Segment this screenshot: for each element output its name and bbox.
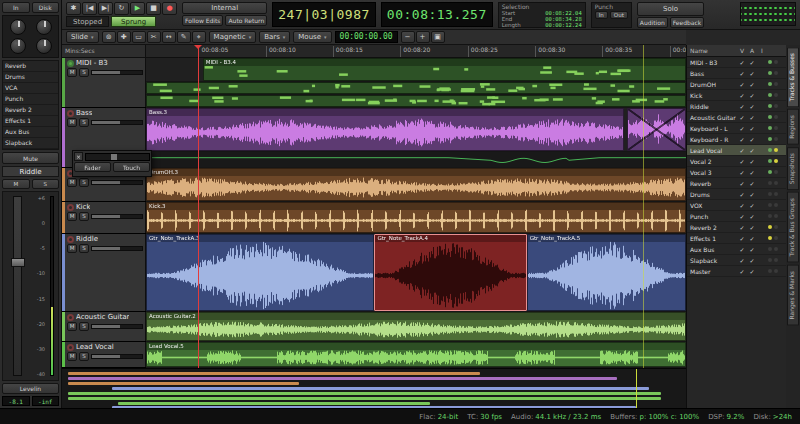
track-solo-button[interactable]: S bbox=[79, 244, 89, 253]
processor-vca[interactable]: VCA bbox=[3, 83, 58, 94]
timeline-ruler[interactable]: 00:08:0500:08:1000:08:1500:08:2000:08:25… bbox=[146, 45, 686, 57]
visible-checkbox[interactable]: ✓ bbox=[737, 92, 747, 99]
sync-source-button[interactable]: Internal bbox=[182, 2, 267, 14]
side-tab-tracks-busses[interactable]: Tracks & Busses bbox=[787, 47, 799, 107]
active-checkbox[interactable]: ✓ bbox=[747, 70, 757, 77]
track-header-midi-b3[interactable]: MIDI - B3MS bbox=[62, 58, 146, 107]
edit-mode-select[interactable]: Slide▾ bbox=[66, 31, 99, 43]
automation-lane-button[interactable]: Fader bbox=[74, 162, 111, 172]
feedback-button[interactable]: Feedback bbox=[670, 17, 705, 28]
goto-start-button[interactable]: |◀ bbox=[82, 2, 97, 15]
strip-name[interactable]: Riddle bbox=[2, 166, 59, 177]
track-mute-button[interactable]: M bbox=[67, 68, 77, 77]
visible-checkbox[interactable]: ✓ bbox=[737, 103, 747, 110]
track-gain-slider[interactable] bbox=[91, 214, 143, 219]
visible-checkbox[interactable]: ✓ bbox=[737, 224, 747, 231]
visible-checkbox[interactable]: ✓ bbox=[737, 202, 747, 209]
active-checkbox[interactable]: ✓ bbox=[747, 114, 757, 121]
track-list-row-punch[interactable]: Punch✓✓ bbox=[687, 211, 786, 222]
track-list-row-riddle[interactable]: Riddle✓✓ bbox=[687, 101, 786, 112]
draw-tool[interactable]: ✎ bbox=[177, 31, 191, 43]
monitor-disk-button[interactable]: Disk bbox=[32, 2, 60, 13]
track-solo-button[interactable]: S bbox=[79, 212, 89, 221]
record-arm-button[interactable] bbox=[67, 60, 74, 67]
audition-button[interactable]: Audition bbox=[637, 17, 668, 28]
processor-reverb-2[interactable]: Reverb 2 bbox=[3, 105, 58, 116]
auto-return-button[interactable]: Auto Return bbox=[225, 15, 267, 26]
track-list-row-bass[interactable]: Bass✓✓ bbox=[687, 68, 786, 79]
side-tab-track-bus-groups[interactable]: Track & Bus Groups bbox=[787, 192, 799, 263]
track-solo-button[interactable]: S bbox=[79, 178, 89, 187]
edit-tool[interactable]: ⌖ bbox=[192, 31, 206, 43]
active-checkbox[interactable]: ✓ bbox=[747, 180, 757, 187]
trim-knob[interactable] bbox=[10, 19, 26, 35]
range-tool[interactable]: ▭ bbox=[132, 31, 146, 43]
follow-edits-button[interactable]: Follow Edits bbox=[182, 15, 223, 26]
track-mute-button[interactable]: M bbox=[67, 118, 77, 127]
region-kick-3[interactable]: Kick.3 bbox=[146, 202, 686, 233]
active-checkbox[interactable]: ✓ bbox=[747, 268, 757, 275]
monitor-input-button[interactable]: In bbox=[2, 2, 30, 13]
record-arm-button[interactable] bbox=[67, 110, 74, 117]
visible-checkbox[interactable]: ✓ bbox=[737, 246, 747, 253]
region-acoustic-guitar-2[interactable]: Acoustic Guitar.2 bbox=[146, 312, 686, 341]
edit-point-select[interactable]: Mouse▾ bbox=[293, 31, 331, 43]
zoom-out-button[interactable]: − bbox=[401, 31, 415, 43]
track-mute-button[interactable]: M bbox=[67, 322, 77, 331]
active-checkbox[interactable]: ✓ bbox=[747, 147, 757, 154]
record-button[interactable]: ● bbox=[162, 2, 177, 15]
track-list-row-reverb-2[interactable]: Reverb 2✓✓ bbox=[687, 222, 786, 233]
secondary-clock-bbt[interactable]: 247|03|0987 bbox=[272, 2, 376, 27]
nudge-clock[interactable]: 00:00:00.00 bbox=[335, 31, 398, 43]
strip-solo-button[interactable]: S bbox=[32, 179, 60, 189]
track-list-row-drumoh[interactable]: DrumOH✓✓ bbox=[687, 79, 786, 90]
processor-drums[interactable]: Drums bbox=[3, 72, 58, 83]
active-checkbox[interactable]: ✓ bbox=[747, 125, 757, 132]
record-arm-button[interactable] bbox=[67, 314, 74, 321]
fader-handle[interactable] bbox=[11, 258, 25, 267]
region-midi-b3[interactable] bbox=[146, 82, 686, 94]
processor-reverb[interactable]: Reverb bbox=[3, 61, 58, 72]
stretch-tool[interactable]: ↔ bbox=[162, 31, 176, 43]
track-list-row-aux-bus[interactable]: Aux Bus✓✓ bbox=[687, 244, 786, 255]
solo-button[interactable]: Solo bbox=[637, 2, 704, 16]
loop-button[interactable]: ↻ bbox=[114, 2, 129, 15]
track-gain-slider[interactable] bbox=[91, 246, 143, 251]
record-arm-button[interactable] bbox=[67, 344, 74, 351]
region-midi-b3-4[interactable]: MIDI - B3.4 bbox=[203, 58, 686, 81]
grid-select[interactable]: Bars▾ bbox=[259, 31, 290, 43]
close-icon[interactable]: × bbox=[74, 152, 83, 161]
automation-line[interactable] bbox=[146, 152, 686, 167]
track-gain-slider[interactable] bbox=[91, 70, 143, 75]
strip-mute-button[interactable]: M bbox=[2, 179, 30, 189]
send-level-knob[interactable] bbox=[36, 38, 52, 54]
pan-knob[interactable] bbox=[36, 19, 52, 35]
processor-punch[interactable]: Punch bbox=[3, 94, 58, 105]
track-gain-slider[interactable] bbox=[91, 354, 143, 359]
processor-effects-1[interactable]: Effects 1 bbox=[3, 116, 58, 127]
side-tab-ranges-marks[interactable]: Ranges & Marks bbox=[787, 265, 799, 326]
side-tab-snapshots[interactable]: Snapshots bbox=[787, 147, 799, 190]
visible-checkbox[interactable]: ✓ bbox=[737, 213, 747, 220]
zoom-fit-button[interactable]: ▣ bbox=[431, 31, 445, 43]
track-gain-slider[interactable] bbox=[91, 180, 143, 185]
visible-checkbox[interactable]: ✓ bbox=[737, 169, 747, 176]
track-mute-button[interactable]: M bbox=[67, 212, 77, 221]
track-list-row-drums[interactable]: Drums✓✓ bbox=[687, 189, 786, 200]
automation-fader[interactable] bbox=[85, 153, 150, 161]
visible-checkbox[interactable]: ✓ bbox=[737, 70, 747, 77]
active-checkbox[interactable]: ✓ bbox=[747, 257, 757, 264]
region-gtr-note-tracka-4[interactable]: Gtr_Note_TrackA.4 bbox=[374, 234, 526, 311]
midi-panic-button[interactable]: ✱ bbox=[66, 2, 81, 15]
track-solo-button[interactable]: S bbox=[79, 68, 89, 77]
goto-end-button[interactable]: ▶| bbox=[98, 2, 113, 15]
editor-summary[interactable] bbox=[62, 368, 686, 408]
track-header-kick[interactable]: KickMS bbox=[62, 202, 146, 233]
visible-checkbox[interactable]: ✓ bbox=[737, 59, 747, 66]
record-arm-button[interactable] bbox=[67, 204, 74, 211]
track-list-row-lead-vocal[interactable]: Lead Vocal✓✓ bbox=[687, 145, 786, 156]
region-gtr-note-tracka-5[interactable]: Gtr_Note_TrackA.5 bbox=[527, 234, 686, 311]
active-checkbox[interactable]: ✓ bbox=[747, 191, 757, 198]
peak-readout[interactable]: -inf bbox=[32, 396, 60, 406]
active-checkbox[interactable]: ✓ bbox=[747, 92, 757, 99]
